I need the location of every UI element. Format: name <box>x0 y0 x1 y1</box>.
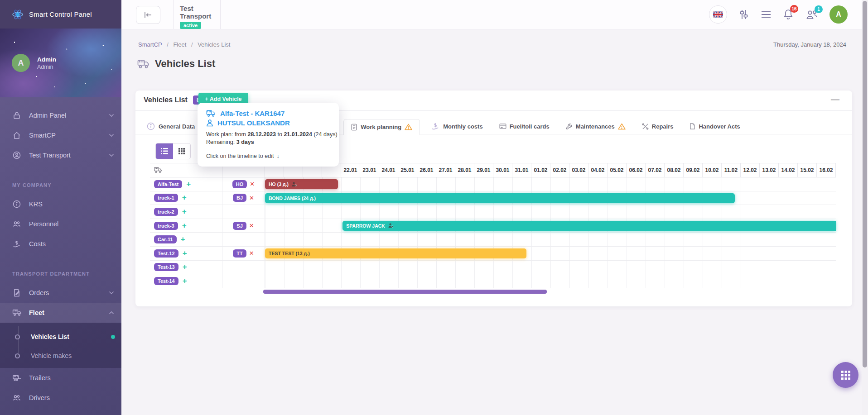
add-plan-button[interactable]: + <box>183 277 187 285</box>
date-header-cell[interactable]: 16.02 <box>817 163 836 177</box>
date-header-cell[interactable]: 03.02 <box>569 163 588 177</box>
date-header-cell[interactable]: 29.01 <box>474 163 493 177</box>
date-header-cell[interactable]: 07.02 <box>646 163 665 177</box>
tab-handover-acts[interactable]: Handover Acts <box>690 123 740 130</box>
sidebar-profile[interactable]: A Admin Admin <box>0 29 121 97</box>
work-plan-bar[interactable]: HO (3 д.) <box>265 179 338 189</box>
timeline-cell[interactable]: SPARROW JACK <box>265 219 836 233</box>
work-plan-bar[interactable]: TEST TEST (13 д.) <box>265 248 526 258</box>
tab-monthly-costs[interactable]: Monthly costs <box>431 122 482 131</box>
add-plan-button[interactable]: + <box>183 263 187 271</box>
sidebar-item-admin-panel[interactable]: Admin Panel <box>0 105 121 125</box>
date-header-cell[interactable]: 05.02 <box>608 163 627 177</box>
date-header-cell[interactable]: 25.01 <box>398 163 417 177</box>
timeline-cell[interactable] <box>265 274 836 288</box>
vehicle-badge[interactable]: truck-3 <box>154 222 178 230</box>
driver-badge[interactable]: TT <box>233 249 246 258</box>
add-plan-button[interactable]: + <box>182 208 187 215</box>
horizontal-scrollbar[interactable] <box>263 290 547 294</box>
menu-button[interactable] <box>761 10 772 19</box>
collapse-card-button[interactable]: — <box>831 94 839 104</box>
tab-repairs[interactable]: Repairs <box>642 123 674 130</box>
timeline-cell[interactable] <box>265 233 836 246</box>
date-header-cell[interactable]: 31.01 <box>512 163 531 177</box>
date-header-cell[interactable]: 23.01 <box>360 163 379 177</box>
date-header-cell[interactable]: 15.02 <box>798 163 817 177</box>
app-header[interactable]: Smart Control Panel <box>0 0 121 29</box>
apps-floating-button[interactable] <box>833 362 858 388</box>
language-button[interactable] <box>709 5 727 24</box>
back-button[interactable] <box>136 6 160 24</box>
date-header-cell[interactable]: 28.01 <box>455 163 474 177</box>
tab-general-data[interactable]: General Data <box>146 122 195 131</box>
add-plan-button[interactable]: + <box>181 236 185 243</box>
work-plan-bar[interactable]: BOND JAMES (24 д.) <box>265 193 735 203</box>
driver-badge[interactable]: BJ <box>233 194 246 202</box>
users-button[interactable]: 1 <box>805 9 819 20</box>
sidebar-item-trailers[interactable]: Trailers <box>0 368 121 388</box>
vehicle-badge[interactable]: Alfa-Test <box>154 180 182 188</box>
date-header-cell[interactable]: 04.02 <box>588 163 608 177</box>
date-header-cell[interactable]: 02.02 <box>550 163 569 177</box>
timeline-cell[interactable]: TEST TEST (13 д.) <box>265 247 836 260</box>
tab-maintenances[interactable]: Maintenances <box>566 123 626 130</box>
date-header-cell[interactable]: 01.02 <box>531 163 550 177</box>
remove-driver-button[interactable]: ✕ <box>249 250 254 257</box>
vehicle-badge[interactable]: Test-14 <box>154 277 178 285</box>
vehicle-badge[interactable]: Test-13 <box>154 263 178 271</box>
breadcrumb-smartcp[interactable]: SmartCP <box>138 41 162 48</box>
sidebar-item-test-transport[interactable]: Test Transport <box>0 145 121 165</box>
user-avatar[interactable]: A <box>829 5 848 24</box>
vehicle-badge[interactable]: truck-1 <box>154 194 178 202</box>
sidebar-item-krs[interactable]: KRS <box>0 194 121 214</box>
settings-sliders-button[interactable] <box>738 9 750 20</box>
company-tab[interactable]: Test Transport active <box>173 0 221 29</box>
vehicle-badge[interactable]: Test-12 <box>154 249 178 258</box>
remove-driver-button[interactable]: ✕ <box>250 181 255 187</box>
date-header-cell[interactable]: 13.02 <box>760 163 779 177</box>
vehicle-badge[interactable]: Car-11 <box>154 235 177 243</box>
date-header-cell[interactable]: 11.02 <box>722 163 741 177</box>
work-plan-bar[interactable]: SPARROW JACK <box>342 221 836 231</box>
sidebar-item-drivers[interactable]: Drivers <box>0 388 121 408</box>
remove-driver-button[interactable]: ✕ <box>249 222 254 229</box>
sidebar-item-vehicles-list[interactable]: Vehicles List <box>0 327 121 346</box>
breadcrumb-fleet[interactable]: Fleet <box>173 41 186 48</box>
sidebar-item-costs[interactable]: Costs <box>0 234 121 254</box>
date-header-cell[interactable]: 30.01 <box>493 163 512 177</box>
date-header-cell[interactable]: 12.02 <box>741 163 760 177</box>
date-header-cell[interactable]: 06.02 <box>627 163 646 177</box>
notifications-button[interactable]: 16 <box>782 8 794 21</box>
date-header-cell[interactable]: 09.02 <box>684 163 703 177</box>
date-header-cell[interactable]: 24.01 <box>379 163 398 177</box>
timeline-cell[interactable] <box>265 261 836 274</box>
tooltip-vehicle-link[interactable]: Alfa-Test - KAR1647 <box>220 110 285 117</box>
sidebar-item-smartcp[interactable]: SmartCP <box>0 125 121 145</box>
tab-fuel-toll-cards[interactable]: Fuel/toll cards <box>499 123 550 130</box>
add-plan-button[interactable]: + <box>186 181 191 188</box>
sidebar-item-vehicle-makes[interactable]: Vehicle makes <box>0 346 121 365</box>
timeline-cell[interactable]: BOND JAMES (24 д.) <box>265 191 836 205</box>
date-header-cell[interactable]: 27.01 <box>436 163 455 177</box>
grid-view-button[interactable] <box>173 143 190 159</box>
remove-driver-button[interactable]: ✕ <box>249 195 254 201</box>
add-plan-button[interactable]: + <box>182 222 187 229</box>
timeline-cell[interactable] <box>265 205 836 219</box>
tab-work-planning[interactable]: Work planning <box>343 119 420 135</box>
profile-avatar[interactable]: A <box>12 54 30 72</box>
driver-badge[interactable]: SJ <box>233 222 246 230</box>
page-scrollbar[interactable] <box>862 0 868 415</box>
list-view-button[interactable] <box>156 143 173 159</box>
sidebar-item-personnel[interactable]: Personnel <box>0 214 121 234</box>
sidebar-item-orders[interactable]: Orders <box>0 283 121 303</box>
date-header-cell[interactable]: 08.02 <box>665 163 684 177</box>
driver-badge[interactable]: HO <box>232 180 247 188</box>
scrollbar-thumb[interactable] <box>863 1 867 367</box>
vehicle-badge[interactable]: truck-2 <box>154 208 178 216</box>
sidebar-item-fleet[interactable]: Fleet <box>0 303 121 323</box>
tooltip-driver-link[interactable]: HUTSUL OLEKSANDR <box>217 119 290 127</box>
add-plan-button[interactable]: + <box>182 194 187 201</box>
timeline-cell[interactable]: HO (3 д.) <box>265 177 836 191</box>
date-header-cell[interactable]: 22.01 <box>341 163 360 177</box>
date-header-cell[interactable]: 14.02 <box>779 163 798 177</box>
